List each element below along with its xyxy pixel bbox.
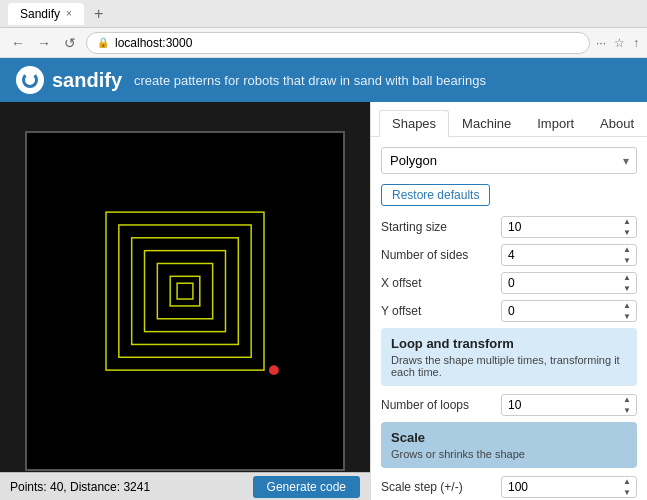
svg-rect-5 bbox=[170, 276, 200, 306]
x-offset-up[interactable]: ▲ bbox=[619, 272, 635, 283]
svg-rect-4 bbox=[157, 263, 212, 318]
share-btn[interactable]: ↑ bbox=[633, 36, 639, 50]
num-sides-label: Number of sides bbox=[381, 248, 501, 262]
browser-chrome: Sandify × + bbox=[0, 0, 647, 28]
x-offset-label: X offset bbox=[381, 276, 501, 290]
logo-icon bbox=[22, 72, 38, 88]
browser-nav: ← → ↺ 🔒 localhost:3000 ··· ☆ ↑ bbox=[0, 28, 647, 58]
status-text: Points: 40, Distance: 3241 bbox=[10, 480, 150, 494]
starting-size-spinner: ▲ ▼ bbox=[619, 216, 635, 238]
loop-transform-title: Loop and transform bbox=[391, 336, 627, 351]
drawing-canvas[interactable] bbox=[27, 133, 343, 469]
browser-tab[interactable]: Sandify × bbox=[8, 3, 84, 25]
canvas-border bbox=[25, 131, 345, 471]
scale-step-input[interactable] bbox=[501, 476, 637, 498]
url-text: localhost:3000 bbox=[115, 36, 192, 50]
extras-btn[interactable]: ··· bbox=[596, 36, 606, 50]
starting-size-up[interactable]: ▲ bbox=[619, 216, 635, 227]
back-btn[interactable]: ← bbox=[8, 35, 28, 51]
y-offset-input[interactable] bbox=[501, 300, 637, 322]
main-container: Points: 40, Distance: 3241 Generate code… bbox=[0, 102, 647, 500]
canvas-area: Points: 40, Distance: 3241 Generate code bbox=[0, 102, 370, 500]
app-header: sandify create patterns for robots that … bbox=[0, 58, 647, 102]
num-sides-up[interactable]: ▲ bbox=[619, 244, 635, 255]
address-bar[interactable]: 🔒 localhost:3000 bbox=[86, 32, 590, 54]
num-loops-spinner: ▲ ▼ bbox=[619, 394, 635, 416]
svg-rect-1 bbox=[119, 225, 251, 357]
y-offset-spinner: ▲ ▼ bbox=[619, 300, 635, 322]
num-loops-input-wrap: ▲ ▼ bbox=[501, 394, 637, 416]
tab-about[interactable]: About bbox=[587, 110, 647, 136]
num-sides-row: Number of sides ▲ ▼ bbox=[381, 244, 637, 266]
num-sides-input[interactable] bbox=[501, 244, 637, 266]
num-loops-down[interactable]: ▼ bbox=[619, 405, 635, 416]
forward-btn[interactable]: → bbox=[34, 35, 54, 51]
app-title: sandify bbox=[52, 69, 122, 92]
restore-defaults-button[interactable]: Restore defaults bbox=[381, 184, 490, 206]
scale-step-spinner: ▲ ▼ bbox=[619, 476, 635, 498]
x-offset-down[interactable]: ▼ bbox=[619, 283, 635, 294]
num-loops-input[interactable] bbox=[501, 394, 637, 416]
tabs-bar: Shapes Machine Import About bbox=[371, 102, 647, 137]
num-loops-row: Number of loops ▲ ▼ bbox=[381, 394, 637, 416]
x-offset-input-wrap: ▲ ▼ bbox=[501, 272, 637, 294]
tab-title: Sandify bbox=[20, 7, 60, 21]
y-offset-down[interactable]: ▼ bbox=[619, 311, 635, 322]
loop-transform-section: Loop and transform Draws the shape multi… bbox=[381, 328, 637, 386]
scale-title: Scale bbox=[391, 430, 627, 445]
scale-step-up[interactable]: ▲ bbox=[619, 476, 635, 487]
num-loops-up[interactable]: ▲ bbox=[619, 394, 635, 405]
starting-size-input-wrap: ▲ ▼ bbox=[501, 216, 637, 238]
x-offset-row: X offset ▲ ▼ bbox=[381, 272, 637, 294]
tab-shapes[interactable]: Shapes bbox=[379, 110, 449, 137]
reload-btn[interactable]: ↺ bbox=[60, 35, 80, 51]
num-loops-label: Number of loops bbox=[381, 398, 501, 412]
y-offset-input-wrap: ▲ ▼ bbox=[501, 300, 637, 322]
scale-step-input-wrap: ▲ ▼ bbox=[501, 476, 637, 498]
num-sides-input-wrap: ▲ ▼ bbox=[501, 244, 637, 266]
starting-size-label: Starting size bbox=[381, 220, 501, 234]
starting-size-down[interactable]: ▼ bbox=[619, 227, 635, 238]
endpoint-dot bbox=[269, 365, 279, 375]
shape-selector-wrap: Polygon Star Circle Spiral Rose ▾ bbox=[381, 147, 637, 174]
scale-desc: Grows or shrinks the shape bbox=[391, 448, 627, 460]
starting-size-row: Starting size ▲ ▼ bbox=[381, 216, 637, 238]
y-offset-row: Y offset ▲ ▼ bbox=[381, 300, 637, 322]
scale-section: Scale Grows or shrinks the shape bbox=[381, 422, 637, 468]
tab-import[interactable]: Import bbox=[524, 110, 587, 136]
generate-code-button[interactable]: Generate code bbox=[253, 476, 360, 498]
loop-transform-desc: Draws the shape multiple times, transfor… bbox=[391, 354, 627, 378]
starting-size-input[interactable] bbox=[501, 216, 637, 238]
scale-step-row: Scale step (+/-) ▲ ▼ bbox=[381, 476, 637, 498]
tab-close-btn[interactable]: × bbox=[66, 8, 72, 19]
x-offset-spinner: ▲ ▼ bbox=[619, 272, 635, 294]
num-sides-spinner: ▲ ▼ bbox=[619, 244, 635, 266]
status-bar: Points: 40, Distance: 3241 Generate code bbox=[0, 472, 370, 500]
scale-step-label: Scale step (+/-) bbox=[381, 480, 501, 494]
num-sides-down[interactable]: ▼ bbox=[619, 255, 635, 266]
svg-rect-2 bbox=[132, 238, 239, 345]
nav-icons: ··· ☆ ↑ bbox=[596, 36, 639, 50]
app-subtitle: create patterns for robots that draw in … bbox=[134, 73, 486, 88]
shape-selector[interactable]: Polygon Star Circle Spiral Rose bbox=[381, 147, 637, 174]
tab-machine[interactable]: Machine bbox=[449, 110, 524, 136]
logo bbox=[16, 66, 44, 94]
x-offset-input[interactable] bbox=[501, 272, 637, 294]
svg-rect-0 bbox=[106, 212, 264, 370]
y-offset-label: Y offset bbox=[381, 304, 501, 318]
panel-content: Polygon Star Circle Spiral Rose ▾ Restor… bbox=[371, 137, 647, 500]
new-tab-btn[interactable]: + bbox=[94, 5, 103, 23]
bookmark-btn[interactable]: ☆ bbox=[614, 36, 625, 50]
y-offset-up[interactable]: ▲ bbox=[619, 300, 635, 311]
scale-step-down[interactable]: ▼ bbox=[619, 487, 635, 498]
svg-rect-6 bbox=[177, 283, 193, 299]
right-panel: Shapes Machine Import About Polygon Star… bbox=[370, 102, 647, 500]
